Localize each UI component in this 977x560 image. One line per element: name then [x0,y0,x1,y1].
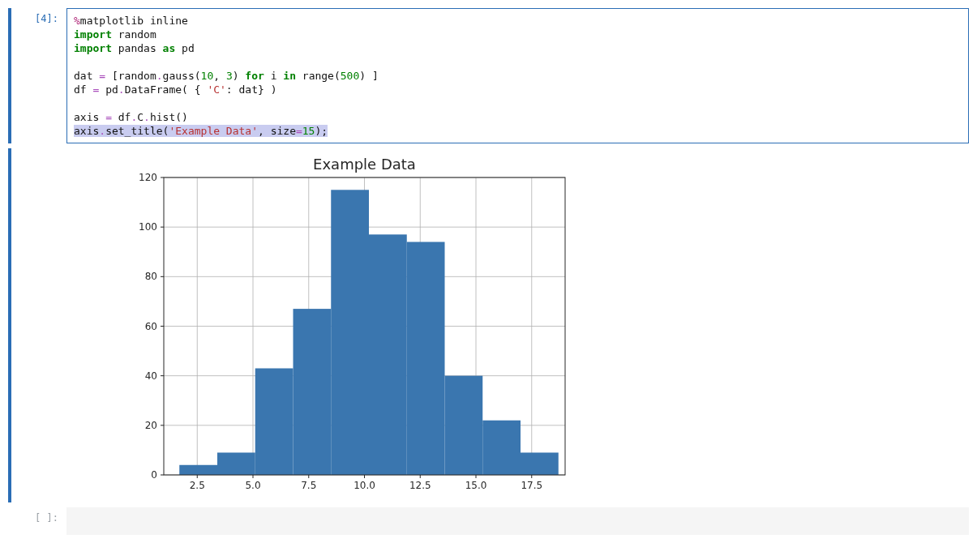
histogram-chart: Example Data2.55.07.510.012.515.017.5020… [66,153,569,499]
notebook: [4]: [0,0,977,560]
svg-rect-25 [407,242,445,475]
svg-rect-28 [521,452,559,475]
svg-rect-20 [217,452,255,475]
svg-rect-21 [255,368,294,475]
svg-rect-24 [369,234,407,475]
input-prompt: [ ]: [13,507,66,535]
svg-text:40: 40 [145,370,157,382]
code-input[interactable] [66,507,969,535]
code-cell[interactable]: [4]: [8,8,969,143]
svg-text:7.5: 7.5 [301,480,316,491]
code-input[interactable]: %matplotlib inline import random import … [66,8,969,143]
svg-text:60: 60 [145,321,157,332]
output-prompt [13,148,66,502]
code-text[interactable]: %matplotlib inline import random import … [74,14,962,138]
svg-text:20: 20 [145,420,157,431]
svg-rect-22 [294,309,332,475]
empty-code-cell[interactable]: [ ]: [8,507,969,535]
svg-text:80: 80 [145,271,157,282]
svg-rect-23 [331,190,369,475]
output-cell: Example Data2.55.07.510.012.515.017.5020… [8,148,969,502]
chart-output: Example Data2.55.07.510.012.515.017.5020… [66,148,969,502]
svg-text:0: 0 [151,469,157,481]
run-indicator [8,148,11,502]
svg-text:17.5: 17.5 [521,480,542,491]
svg-text:12.5: 12.5 [409,480,431,491]
svg-text:Example Data: Example Data [313,156,416,173]
input-prompt: [4]: [13,8,66,143]
svg-text:5.0: 5.0 [245,480,260,491]
svg-text:100: 100 [139,221,157,233]
svg-rect-19 [179,465,217,475]
svg-rect-26 [445,376,483,475]
svg-text:2.5: 2.5 [190,480,205,491]
svg-text:10.0: 10.0 [354,480,375,491]
svg-text:120: 120 [139,172,157,183]
run-indicator [8,507,11,535]
run-indicator [8,8,11,143]
svg-text:15.0: 15.0 [465,480,487,491]
svg-rect-27 [482,421,521,475]
